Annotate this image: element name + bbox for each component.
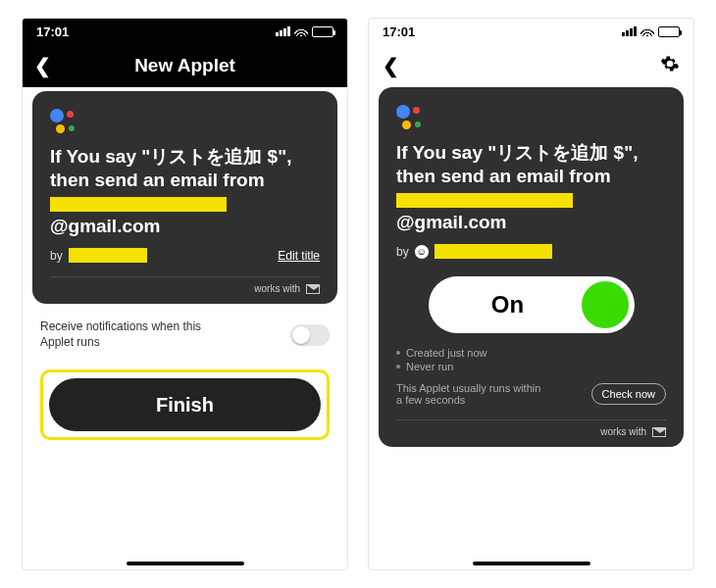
- redacted-email-user: [396, 193, 573, 208]
- toggle-label: On: [435, 291, 582, 318]
- status-right: [622, 26, 680, 37]
- notification-label: Receive notifications when this Applet r…: [40, 319, 236, 350]
- nav-bar: ❮ New Applet: [23, 44, 347, 87]
- settings-button[interactable]: [660, 54, 680, 78]
- finish-highlight: Finish: [40, 369, 330, 440]
- author-avatar-icon: ☺: [415, 245, 429, 259]
- back-button[interactable]: ❮: [34, 54, 51, 77]
- redacted-author: [69, 248, 147, 263]
- back-button[interactable]: ❮: [383, 54, 399, 77]
- home-indicator[interactable]: [127, 562, 244, 565]
- battery-icon: [658, 26, 680, 37]
- status-right: [276, 26, 333, 37]
- gmail-icon: [652, 427, 666, 437]
- redacted-email-user: [50, 197, 227, 212]
- wifi-icon: [294, 26, 308, 36]
- applet-on-toggle[interactable]: On: [429, 276, 635, 333]
- check-now-button[interactable]: Check now: [591, 383, 666, 405]
- cellular-icon: [622, 26, 637, 36]
- works-with-row: works with: [50, 276, 320, 294]
- phone-left-new-applet: 17:01 ❮ New Applet If You say "リストを追加 $"…: [22, 18, 348, 570]
- applet-description: If You say "リストを追加 $", then send an emai…: [50, 145, 320, 238]
- applet-meta: Created just now Never run This Applet u…: [396, 347, 666, 406]
- applet-description: If You say "リストを追加 $", then send an emai…: [396, 141, 666, 234]
- finish-button[interactable]: Finish: [49, 378, 321, 431]
- page-title: New Applet: [134, 55, 235, 76]
- gmail-icon: [306, 284, 320, 294]
- battery-icon: [312, 26, 333, 37]
- status-time: 17:01: [36, 24, 69, 39]
- wifi-icon: [640, 26, 654, 36]
- works-with-row: works with: [396, 419, 666, 437]
- notification-toggle[interactable]: [290, 324, 330, 346]
- status-bar: 17:01: [369, 19, 693, 44]
- phone-right-applet-detail: 17:01 ❮ If You say "リストを追加 $", then send…: [368, 18, 694, 570]
- toggle-knob: [582, 281, 629, 328]
- meta-created: Created just now: [406, 347, 487, 359]
- redacted-author: [435, 244, 552, 259]
- cellular-icon: [276, 26, 290, 36]
- gear-icon: [660, 54, 680, 74]
- applet-card: If You say "リストを追加 $", then send an emai…: [379, 87, 684, 447]
- meta-hint: This Applet usually runs within a few se…: [396, 382, 543, 406]
- author-line: by: [50, 248, 147, 263]
- applet-card: If You say "リストを追加 $", then send an emai…: [32, 91, 337, 304]
- google-assistant-icon: [396, 105, 426, 129]
- notification-toggle-row: Receive notifications when this Applet r…: [40, 316, 330, 364]
- status-time: 17:01: [383, 24, 415, 39]
- home-indicator[interactable]: [473, 562, 590, 565]
- edit-title-link[interactable]: Edit title: [278, 249, 320, 263]
- meta-never-run: Never run: [406, 361, 453, 372]
- nav-bar: ❮: [369, 44, 693, 87]
- author-line: by ☺: [396, 244, 666, 259]
- google-assistant-icon: [50, 109, 79, 133]
- status-bar: 17:01: [23, 19, 347, 44]
